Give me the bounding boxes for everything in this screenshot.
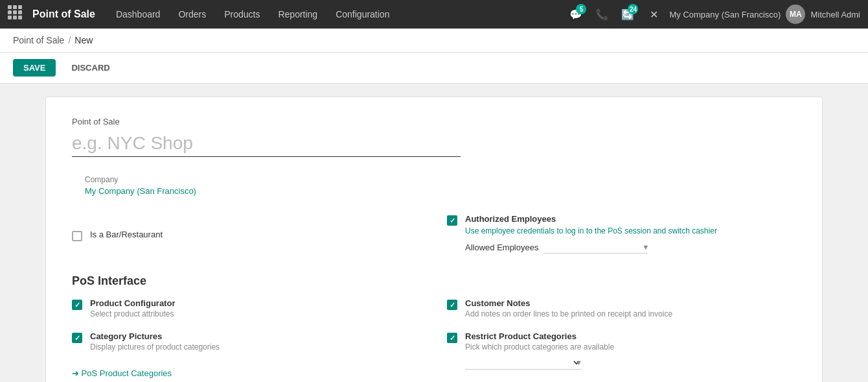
nav-reporting[interactable]: Reporting (270, 6, 325, 22)
auth-header-row: Authorized Employees Use employee creden… (447, 214, 796, 254)
breadcrumb-parent[interactable]: Point of Sale (13, 35, 64, 45)
company-name[interactable]: My Company (San Francisco) (669, 10, 781, 19)
restrict-dropdown-arrow-icon: ▼ (575, 359, 582, 366)
breadcrumb-current: New (74, 35, 93, 45)
breadcrumb: Point of Sale / New (0, 29, 868, 53)
restrict-categories-checkbox[interactable] (447, 333, 457, 343)
features-right: Customer Notes Add notes on order lines … (447, 298, 796, 382)
restrict-categories-text: Restrict Product Categories Pick which p… (465, 331, 614, 370)
action-bar: SAVE DISCARD (0, 53, 868, 84)
activity-icon[interactable]: 🔄 24 (617, 4, 638, 25)
activity-badge: 24 (628, 4, 638, 14)
messages-icon[interactable]: 💬 5 (565, 4, 586, 25)
allowed-employees-dropdown[interactable] (543, 241, 647, 254)
restrict-categories-desc: Pick which product categories are availa… (465, 342, 614, 352)
company-section: Company My Company (San Francisco) (72, 175, 796, 196)
navbar-brand[interactable]: Point of Sale (32, 8, 95, 20)
features-grid: Product Configurator Select product attr… (72, 298, 796, 382)
pos-product-categories-link[interactable]: ➔ PoS Product Categories (72, 368, 172, 378)
navbar-right: 💬 5 📞 🔄 24 ✕ My Company (San Francisco) … (565, 4, 860, 25)
form-card: Point of Sale Company My Company (San Fr… (45, 97, 823, 382)
authorized-employees-checkbox[interactable] (447, 215, 457, 226)
feature-customer-notes: Customer Notes Add notes on order lines … (447, 298, 796, 318)
bar-restaurant-row: Is a Bar/Restaurant (72, 230, 421, 241)
user-avatar[interactable]: MA (786, 5, 805, 24)
messages-badge: 5 (576, 4, 586, 14)
category-pictures-text: Category Pictures Display pictures of pr… (90, 331, 220, 352)
allowed-employees-label: Allowed Employees (465, 243, 538, 252)
discard-button[interactable]: DISCARD (63, 59, 117, 77)
pos-name-input[interactable] (72, 130, 461, 157)
close-icon[interactable]: ✕ (643, 4, 664, 25)
restrict-categories-dropdown[interactable] (465, 355, 582, 370)
company-label: Company (85, 175, 796, 184)
category-pictures-checkbox[interactable] (72, 333, 82, 343)
nav-configuration[interactable]: Configuration (328, 6, 397, 22)
grid-menu-icon[interactable] (8, 5, 26, 23)
product-configurator-desc: Select product attributes (90, 309, 175, 318)
feature-category-pictures: Category Pictures Display pictures of pr… (72, 331, 421, 352)
customer-notes-desc: Add notes on order lines to be printed o… (465, 309, 672, 318)
bar-restaurant-label: Is a Bar/Restaurant (90, 230, 163, 239)
customer-notes-title: Customer Notes (465, 298, 672, 308)
main-content: Point of Sale Company My Company (San Fr… (0, 84, 868, 382)
authorized-employees-section: Authorized Employees Use employee creden… (447, 214, 796, 254)
phone-icon[interactable]: 📞 (591, 4, 612, 25)
category-pictures-desc: Display pictures of product categories (90, 342, 220, 352)
company-value[interactable]: My Company (San Francisco) (85, 186, 796, 196)
features-left: Product Configurator Select product attr… (72, 298, 421, 382)
nav-dashboard[interactable]: Dashboard (108, 6, 168, 22)
feature-restrict-categories: Restrict Product Categories Pick which p… (447, 331, 796, 370)
product-configurator-title: Product Configurator (90, 298, 175, 308)
feature-product-configurator: Product Configurator Select product attr… (72, 298, 421, 318)
bar-restaurant-checkbox[interactable] (72, 231, 82, 241)
product-configurator-text: Product Configurator Select product attr… (90, 298, 175, 318)
customer-notes-text: Customer Notes Add notes on order lines … (465, 298, 672, 318)
authorized-employees-title: Authorized Employees (465, 214, 717, 224)
pos-name-section: Point of Sale (72, 117, 796, 157)
nav-orders[interactable]: Orders (170, 6, 214, 22)
allowed-employees-row: Allowed Employees ▼ (465, 241, 717, 254)
product-configurator-checkbox[interactable] (72, 300, 82, 310)
auth-details: Authorized Employees Use employee creden… (465, 214, 717, 254)
navbar-menu: Dashboard Orders Products Reporting Conf… (108, 6, 566, 22)
navbar: Point of Sale Dashboard Orders Products … (0, 0, 868, 29)
username[interactable]: Mitchell Admi (810, 10, 860, 19)
customer-notes-checkbox[interactable] (447, 300, 457, 310)
restrict-categories-title: Restrict Product Categories (465, 331, 614, 341)
options-row: Is a Bar/Restaurant Authorized Employees… (72, 214, 796, 254)
pos-name-label: Point of Sale (72, 117, 796, 126)
bar-restaurant-section: Is a Bar/Restaurant (72, 214, 421, 254)
pos-interface-header: PoS Interface (72, 274, 796, 288)
save-button[interactable]: SAVE (13, 59, 56, 77)
authorized-employees-desc[interactable]: Use employee credentials to log in to th… (465, 226, 717, 235)
breadcrumb-separator: / (68, 35, 71, 45)
restrict-dropdown-row: ▼ (465, 355, 614, 370)
category-pictures-title: Category Pictures (90, 331, 220, 341)
nav-products[interactable]: Products (216, 6, 268, 22)
